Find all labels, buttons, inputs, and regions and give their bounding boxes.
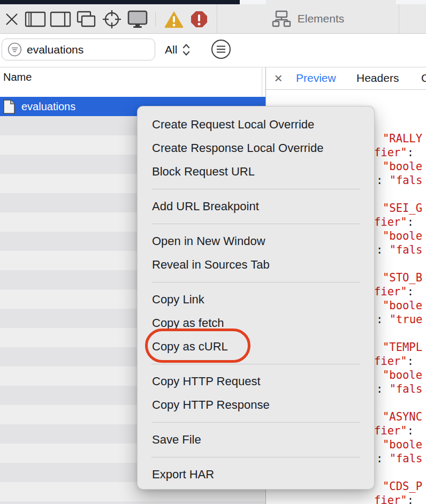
warnings-button[interactable] (162, 10, 186, 28)
titlebar-dark-segment (0, 0, 240, 4)
json-code-fragment: : "true (376, 312, 422, 326)
cascade-windows-icon (75, 10, 97, 28)
menu-divider (151, 282, 360, 282)
dock-right-button[interactable] (49, 10, 72, 28)
filter-input-value: evaluations (27, 43, 83, 56)
detail-tab-preview[interactable]: Preview (296, 72, 336, 85)
request-row-label: evaluations (21, 101, 75, 113)
context-menu-item-export-har[interactable]: Export HAR (138, 463, 374, 486)
json-code-fragment: "SEI_G (383, 201, 422, 215)
context-menu-item-block-request-url[interactable]: Block Request URL (138, 160, 374, 184)
column-separator (262, 67, 262, 97)
json-code-fragment: fier": (374, 146, 414, 159)
menu-divider (151, 364, 360, 364)
context-menu-item-copy-link[interactable]: Copy Link (138, 288, 374, 311)
filter-options-button[interactable] (211, 40, 231, 59)
json-code-fragment: "boole (383, 299, 422, 312)
element-picker-button[interactable] (100, 10, 124, 28)
toolbar-separator (155, 12, 156, 27)
json-code-fragment: fier": (374, 215, 414, 229)
context-menu-item-copy-http-request[interactable]: Copy HTTP Request (138, 370, 374, 393)
json-code-fragment: fier": (374, 354, 414, 368)
context-menu-item-copy-as-fetch[interactable]: Copy as fetch (138, 311, 374, 335)
request-list-row (0, 501, 265, 504)
menu-divider (151, 457, 360, 457)
json-code-fragment: "boole (383, 438, 422, 452)
context-menu: Create Request Local OverrideCreate Resp… (137, 106, 375, 490)
filter-input[interactable]: evaluations (2, 39, 155, 60)
undock-window-button[interactable] (74, 10, 98, 28)
context-menu-item-copy-http-response[interactable]: Copy HTTP Response (138, 393, 374, 417)
resource-type-select-value: All (165, 43, 177, 56)
column-header-name[interactable]: Name (0, 67, 265, 88)
sidebar-right-icon (50, 11, 71, 27)
error-octagon-icon (190, 10, 208, 28)
context-menu-item-create-response-local-override[interactable]: Create Response Local Override (138, 136, 374, 160)
sidebar-left-icon (25, 11, 46, 27)
tab-elements[interactable]: Elements (217, 4, 399, 33)
json-code-fragment: "ASYNC (383, 410, 422, 424)
context-menu-item-reveal-in-sources-tab[interactable]: Reveal in Sources Tab (138, 253, 374, 277)
json-code-fragment: "boole (383, 159, 422, 173)
menu-divider (151, 422, 360, 423)
sitemap-icon (272, 10, 291, 27)
detail-tab-c[interactable]: C (421, 72, 426, 85)
json-code-fragment: "STO_B (383, 271, 422, 285)
json-code-fragment: "TEMPL (383, 340, 422, 354)
json-code-fragment: "boole (383, 368, 422, 382)
resource-type-select[interactable]: All (165, 39, 191, 60)
filter-icon (7, 42, 22, 57)
context-menu-item-open-in-new-window[interactable]: Open in New Window (138, 230, 374, 253)
errors-button[interactable] (187, 10, 211, 28)
context-menu-item-save-file[interactable]: Save File (138, 428, 374, 452)
titlebar-strip (0, 0, 426, 4)
json-code-fragment: fier": (374, 424, 414, 438)
device-monitor-icon (127, 10, 148, 29)
device-settings-button[interactable] (126, 10, 149, 28)
detail-tab-headers[interactable]: Headers (356, 72, 399, 85)
context-menu-item-add-url-breakpoint[interactable]: Add URL Breakpoint (138, 195, 374, 218)
filter-lines-icon (216, 45, 226, 54)
menu-divider (151, 224, 360, 224)
chevron-up-down-icon (182, 43, 191, 57)
titlebar-mid-segment (266, 0, 396, 4)
json-code-fragment: : "fals (376, 452, 422, 465)
json-code-fragment: : "fals (376, 243, 422, 257)
tab-elements-label: Elements (298, 12, 345, 25)
json-code-fragment: : "fals (376, 173, 422, 187)
network-filter-bar: evaluations All (0, 34, 426, 67)
json-code-fragment: fier": (374, 493, 414, 504)
inspector-toolbar: Elements (0, 4, 426, 34)
close-icon (4, 11, 20, 27)
close-inspector-button[interactable] (0, 10, 24, 28)
context-menu-item-copy-as-curl[interactable]: Copy as cURL (138, 335, 374, 358)
close-icon: × (274, 70, 282, 87)
json-code-fragment: "boole (383, 229, 422, 243)
json-code-fragment: : "fals (376, 382, 422, 396)
web-inspector-window: Elements evaluations All Name (0, 0, 426, 504)
detail-tab-bar: × PreviewHeadersC (266, 67, 426, 90)
json-code-fragment: "RALLY (383, 132, 422, 146)
context-menu-item-create-request-local-override[interactable]: Create Request Local Override (138, 113, 374, 136)
json-code-fragment: fier": (374, 285, 414, 299)
element-picker-icon (102, 9, 122, 29)
dock-left-button[interactable] (24, 10, 47, 28)
json-code-fragment: "CDS_P (383, 479, 422, 493)
warning-triangle-icon (164, 10, 184, 28)
close-detail-button[interactable]: × (270, 70, 286, 86)
menu-divider (151, 189, 360, 189)
document-icon (3, 99, 16, 114)
tab-separator-right (399, 4, 399, 33)
